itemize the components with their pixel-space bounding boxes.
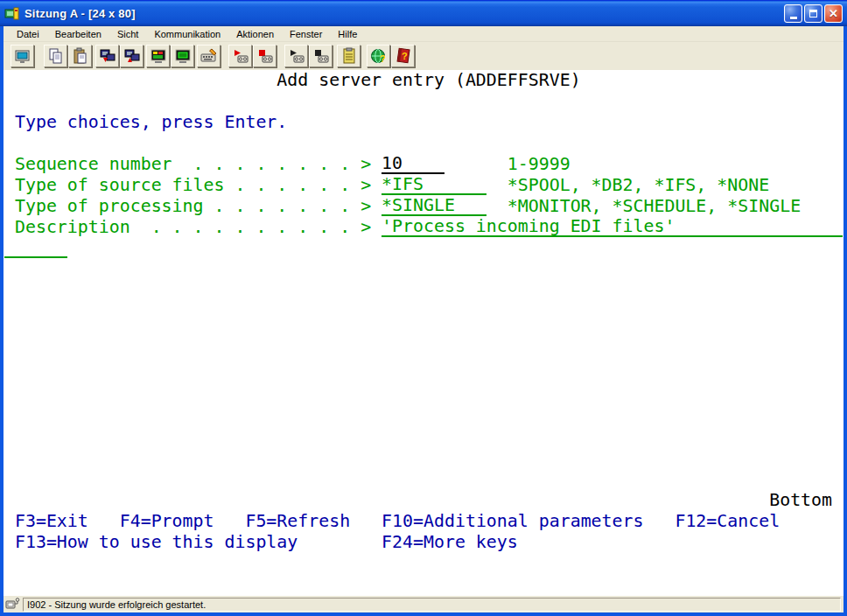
field-processing[interactable]: *SINGLE [382, 196, 486, 216]
fkey-f24: F24=More keys [382, 532, 518, 553]
emulator-window: Sitzung A - [24 x 80] ✕ DateiBearbeitenS… [0, 0, 847, 616]
fkey-f13: F13=How to use this display [15, 532, 298, 553]
menu-item-hilfe[interactable]: Hilfe [330, 27, 365, 41]
restore-button[interactable] [804, 4, 822, 23]
toolbar-group [10, 45, 35, 67]
screen-title: Add server entry (ADDEFFSRVE) [276, 70, 580, 91]
close-icon: ✕ [829, 8, 838, 19]
terminal-screen[interactable]: Add server entry (ADDEFFSRVE)Type choice… [4, 70, 844, 595]
svg-text:?: ? [402, 51, 408, 61]
field-source-files[interactable]: *IFS [382, 175, 486, 195]
edit-macro-button[interactable] [337, 45, 360, 67]
close-button[interactable]: ✕ [824, 4, 843, 23]
copy-button[interactable] [44, 45, 67, 67]
minimize-button[interactable] [784, 4, 802, 23]
toolbar-group [197, 45, 221, 67]
svg-text:?: ? [380, 53, 386, 64]
keyboard-setup-button[interactable] [197, 45, 220, 67]
menu-item-datei[interactable]: Datei [9, 27, 47, 41]
stop-play-icon [312, 47, 330, 65]
minimize-icon [790, 17, 797, 19]
toolbar-group [337, 45, 361, 67]
record-macro-button[interactable] [228, 45, 252, 67]
receive-file-icon [123, 47, 141, 65]
window-body: DateiBearbeitenSichtKommunikationAktione… [0, 26, 847, 616]
choices-source-files: *SPOOL, *DB2, *IFS, *NONE [508, 175, 769, 196]
play-macro-button[interactable] [284, 45, 308, 67]
field-sequence-number[interactable]: 10 [382, 154, 444, 174]
menu-item-sicht[interactable]: Sicht [109, 27, 146, 41]
toolbar-group: ?? [367, 45, 416, 67]
color-setup-icon [150, 47, 167, 65]
web-support-button[interactable]: ? [367, 45, 390, 67]
label-processing: Type of processing . . . . . . . > [15, 196, 371, 217]
fkeys-line-1: F3=Exit F4=Prompt F5=Refresh F10=Additio… [15, 511, 780, 532]
toolbar-group [95, 45, 144, 67]
window-title: Sitzung A - [24 x 80] [24, 7, 784, 20]
send-file-icon [99, 47, 116, 65]
stop-record-button[interactable] [253, 45, 276, 67]
new-session-button[interactable] [10, 45, 34, 67]
stop-record-icon [256, 47, 274, 65]
choices-processing: *MONITOR, *SCHEDULE, *SINGLE [508, 196, 801, 217]
menu-item-aktionen[interactable]: Aktionen [228, 27, 282, 41]
toolbar-group [228, 45, 277, 67]
paste-button[interactable] [68, 45, 92, 67]
display-setup-button[interactable] [171, 45, 194, 67]
edit-macro-icon [340, 47, 358, 65]
send-file-button[interactable] [95, 45, 119, 67]
label-sequence-number: Sequence number . . . . . . . . > [15, 154, 371, 175]
menu-item-fenster[interactable]: Fenster [282, 27, 330, 41]
instruction-text: Type choices, press Enter. [15, 112, 287, 133]
toolbar-group [146, 45, 195, 67]
label-source-files: Type of source files . . . . . . > [15, 175, 371, 196]
titlebar: Sitzung A - [24 x 80] ✕ [0, 0, 847, 26]
label-description: Description . . . . . . . . . . > [15, 217, 371, 238]
menu-bar: DateiBearbeitenSichtKommunikationAktione… [4, 26, 844, 42]
connection-status-icon [5, 598, 20, 611]
web-support-icon: ? [370, 47, 388, 65]
color-setup-button[interactable] [146, 45, 170, 67]
toolbar-group [44, 45, 93, 67]
menu-item-kommunikation[interactable]: Kommunikation [146, 27, 228, 41]
help-button[interactable]: ? [391, 45, 415, 67]
status-message: I902 - Sitzung wurde erfolgreich gestart… [23, 598, 841, 612]
keyboard-setup-icon [200, 47, 218, 65]
play-macro-icon [288, 47, 305, 65]
toolbar: ?? [4, 42, 844, 70]
copy-icon [47, 47, 65, 65]
choices-sequence-number: 1-9999 [508, 154, 570, 175]
receive-file-button[interactable] [120, 45, 144, 67]
terminal-rows: Add server entry (ADDEFFSRVE)Type choice… [4, 70, 844, 595]
help-icon: ? [395, 47, 412, 65]
menu-item-bearbeiten[interactable]: Bearbeiten [47, 27, 109, 41]
display-setup-icon [174, 47, 192, 65]
restore-icon [809, 10, 817, 18]
stop-play-button[interactable] [309, 45, 332, 67]
paste-icon [72, 47, 89, 65]
toolbar-group [284, 45, 333, 67]
new-session-icon [14, 47, 32, 65]
field-description[interactable]: 'Process incoming EDI files' [382, 217, 843, 237]
app-icon [4, 6, 20, 22]
bottom-indicator: Bottom [769, 490, 832, 511]
record-macro-icon [232, 47, 249, 65]
status-bar: I902 - Sitzung wurde erfolgreich gestart… [4, 595, 844, 612]
field-description-continuation[interactable] [4, 238, 67, 258]
